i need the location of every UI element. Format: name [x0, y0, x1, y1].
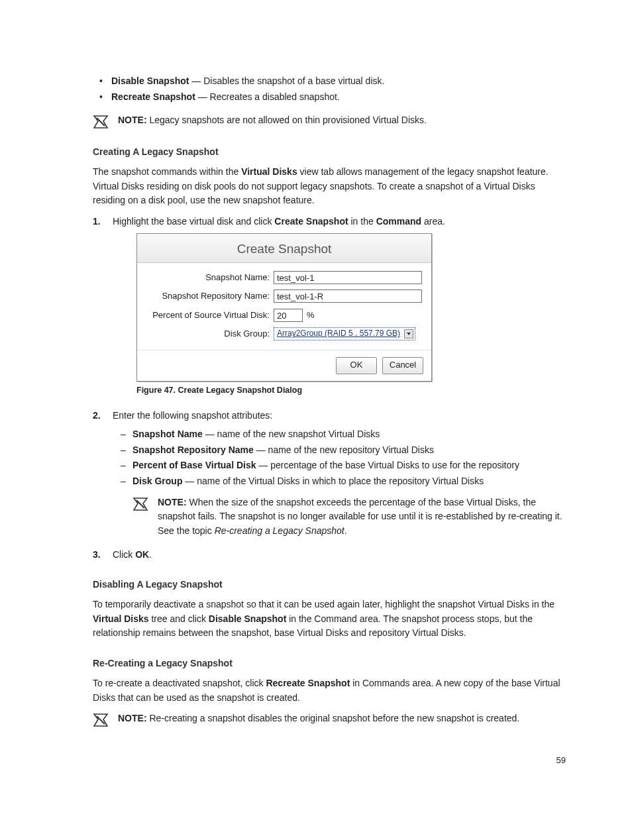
note-label: NOTE:	[158, 497, 187, 507]
text: To re-create a deactivated snapshot, cli…	[93, 678, 266, 688]
list-item: Percent of Base Virtual Disk — percentag…	[132, 458, 566, 473]
list-item: Disk Group — name of the Virtual Disks i…	[132, 474, 566, 489]
text: To temporarily deactivate a snapshot so …	[93, 599, 554, 609]
list-item: Disable Snapshot — Disables the snapshot…	[111, 74, 566, 89]
note-block: NOTE: When the size of the snapshot exce…	[113, 496, 566, 539]
text: The snapshot commands within the	[93, 166, 241, 177]
row-repo-name: Snapshot Repository Name: test_vol-1-R	[146, 289, 422, 303]
text: .	[149, 549, 152, 560]
text: in the	[348, 216, 376, 227]
percent-unit: %	[307, 309, 315, 322]
paragraph: To re-create a deactivated snapshot, cli…	[93, 676, 566, 705]
dialog-title: Create Snapshot	[137, 234, 431, 263]
ok-button[interactable]: OK	[336, 357, 377, 374]
desc: — percentage of the base Virtual Disks t…	[256, 460, 519, 470]
disk-group-label: Disk Group:	[146, 327, 274, 341]
note-block: NOTE: Legacy snapshots are not allowed o…	[93, 113, 566, 129]
text: area.	[421, 216, 445, 227]
percent-input[interactable]: 20	[274, 309, 303, 322]
desc: — Disables the snapshot of a base virtua…	[189, 76, 384, 86]
step-list: 1. Highlight the base virtual disk and c…	[93, 215, 566, 562]
note-icon	[132, 497, 150, 511]
italic-text: Re-creating a Legacy Snapshot	[215, 525, 344, 536]
note-text: NOTE: Re-creating a snapshot disables th…	[118, 711, 519, 726]
figure-dialog: Create Snapshot Snapshot Name: test_vol-…	[136, 233, 432, 382]
note-icon	[93, 115, 110, 129]
desc: — name of the new repository Virtual Dis…	[254, 445, 434, 455]
term: Disable Snapshot	[111, 76, 189, 86]
step-3: 3. Click OK.	[93, 548, 566, 562]
desc: — name of the new snapshot Virtual Disks	[203, 429, 380, 439]
term: Snapshot Repository Name	[132, 445, 254, 455]
snapshot-name-label: Snapshot Name:	[146, 271, 274, 284]
heading-creating: Creating A Legacy Snapshot	[93, 145, 566, 160]
page-number: 59	[556, 754, 566, 767]
note-text: NOTE: When the size of the snapshot exce…	[158, 496, 566, 539]
cancel-button[interactable]: Cancel	[382, 357, 423, 374]
bold-text: Disable Snapshot	[209, 613, 286, 624]
term: Snapshot Name	[132, 429, 203, 439]
note-label: NOTE:	[118, 713, 147, 723]
text: Enter the following snapshot attributes:	[113, 410, 272, 421]
row-snapshot-name: Snapshot Name: test_vol-1	[146, 271, 422, 284]
step-number: 1.	[93, 215, 101, 229]
bold-text: Virtual Disks	[93, 613, 149, 624]
list-item: Snapshot Repository Name — name of the n…	[132, 443, 566, 458]
disk-group-value: Array2Group (RAID 5 , 557.79 GB)	[277, 327, 400, 340]
paragraph: To temporarily deactivate a snapshot so …	[93, 598, 566, 641]
note-icon	[93, 713, 110, 727]
step-number: 3.	[93, 548, 101, 562]
list-item: Recreate Snapshot — Recreates a disabled…	[111, 90, 566, 105]
row-disk-group: Disk Group: Array2Group (RAID 5 , 557.79…	[146, 327, 422, 341]
create-snapshot-dialog: Create Snapshot Snapshot Name: test_vol-…	[136, 233, 432, 382]
top-bullet-list: Disable Snapshot — Disables the snapshot…	[93, 74, 566, 104]
snapshot-name-input[interactable]: test_vol-1	[274, 271, 422, 284]
heading-disabling: Disabling A Legacy Snapshot	[93, 578, 566, 592]
document-page: Disable Snapshot — Disables the snapshot…	[0, 0, 632, 840]
repo-name-label: Snapshot Repository Name:	[146, 289, 274, 303]
heading-recreating: Re-Creating a Legacy Snapshot	[93, 656, 566, 671]
term: Recreate Snapshot	[111, 91, 195, 102]
row-percent: Percent of Source Virtual Disk: 20 %	[146, 309, 422, 322]
term: Disk Group	[132, 476, 182, 486]
note-body: Legacy snapshots are not allowed on thin…	[147, 115, 427, 125]
disk-group-select[interactable]: Array2Group (RAID 5 , 557.79 GB)	[274, 327, 415, 341]
dialog-buttons: OK Cancel	[137, 350, 431, 381]
bold-text: OK	[135, 549, 149, 560]
dialog-body: Snapshot Name: test_vol-1 Snapshot Repos…	[137, 263, 431, 350]
text: tree and click	[149, 613, 209, 624]
term: Percent of Base Virtual Disk	[132, 460, 256, 470]
step-1: 1. Highlight the base virtual disk and c…	[93, 215, 566, 397]
chevron-down-icon	[404, 329, 413, 339]
figure-caption: Figure 47. Create Legacy Snapshot Dialog	[136, 384, 566, 397]
step-number: 2.	[93, 409, 101, 423]
list-item: Snapshot Name — name of the new snapshot…	[132, 427, 566, 442]
paragraph: The snapshot commands within the Virtual…	[93, 165, 566, 208]
bold-text: Command	[376, 216, 421, 227]
note-body: Re-creating a snapshot disables the orig…	[147, 713, 520, 723]
text: .	[344, 525, 347, 536]
attribute-list: Snapshot Name — name of the new snapshot…	[113, 427, 566, 489]
bold-text: Virtual Disks	[241, 166, 297, 177]
desc: — Recreates a disabled snapshot.	[195, 91, 340, 102]
desc: — name of the Virtual Disks in which to …	[182, 476, 484, 486]
bold-text: Recreate Snapshot	[266, 678, 350, 688]
repo-name-input[interactable]: test_vol-1-R	[274, 289, 422, 303]
note-text: NOTE: Legacy snapshots are not allowed o…	[118, 113, 427, 128]
step-2: 2. Enter the following snapshot attribut…	[93, 409, 566, 539]
note-block: NOTE: Re-creating a snapshot disables th…	[93, 711, 566, 727]
text: Highlight the base virtual disk and clic…	[113, 216, 274, 227]
note-label: NOTE:	[118, 115, 147, 125]
percent-label: Percent of Source Virtual Disk:	[146, 309, 274, 322]
text: Click	[113, 549, 135, 560]
bold-text: Create Snapshot	[274, 216, 348, 227]
